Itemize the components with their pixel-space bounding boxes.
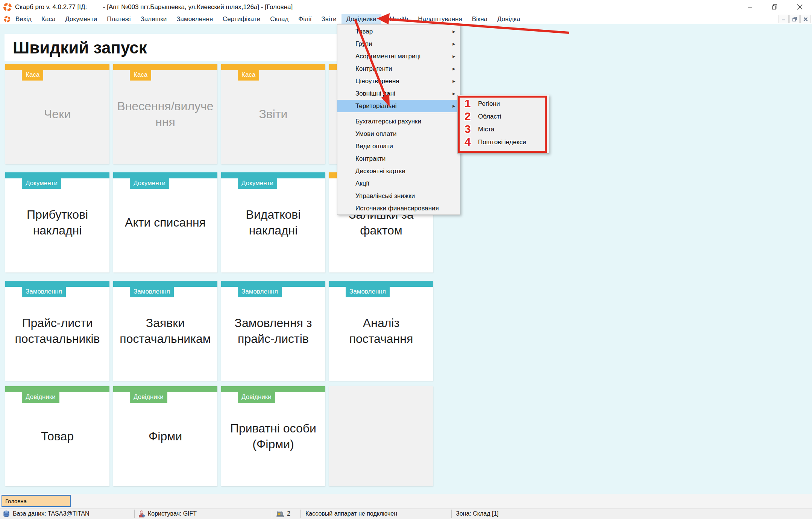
tile-category-tag: Довідники <box>22 391 59 403</box>
tile-pryvatni-osoby[interactable]: Довідники Приватні особи (Фірми) <box>221 386 325 486</box>
tile-category-tag: Каса <box>130 69 151 81</box>
menubar-item-filii[interactable]: Філії <box>293 14 316 24</box>
tile-label: Заявки постачальникам <box>113 315 217 347</box>
tile-category-tag: Документи <box>238 178 277 189</box>
tile-category-tag: Замовлення <box>130 286 174 297</box>
tile-analiz-postachannia[interactable]: Замовлення Аналіз постачання <box>329 281 433 381</box>
minimize-button[interactable] <box>738 0 762 14</box>
minimize-icon <box>747 5 753 10</box>
tile-empty <box>329 386 433 486</box>
submenu-arrow-icon: ► <box>452 66 456 72</box>
menubar-item-zalyshky[interactable]: Залишки <box>136 14 172 24</box>
submenu-item-mista[interactable]: 3 Міста <box>458 123 549 136</box>
close-button[interactable] <box>787 0 812 14</box>
tile-tovar[interactable]: Довідники Товар <box>5 386 109 486</box>
menubar-item-vykhid[interactable]: Вихід <box>11 14 36 24</box>
mdi-close-icon <box>803 17 808 21</box>
dovidnyky-dropdown-menu: Товар ► Групи ► Асортиментні матриці ► К… <box>337 24 460 215</box>
submenu-item-rehiony[interactable]: 1 Регіони <box>458 97 549 110</box>
mdi-restore-icon <box>792 17 797 21</box>
dropdown-item-upravlinski-znyzhky[interactable]: Управлінські знижки <box>337 190 460 202</box>
restore-button[interactable] <box>762 0 787 14</box>
dropdown-item-tsinoutvorennia[interactable]: Ціноутворення ► <box>337 75 460 87</box>
tile-label: Товар <box>5 428 109 444</box>
menubar-item-dokumenty[interactable]: Документи <box>60 14 102 24</box>
tile-vydatkovi-nakladni[interactable]: Документи Видаткові накладні <box>221 172 325 272</box>
tile-firmy[interactable]: Довідники Фірми <box>113 386 217 486</box>
dropdown-item-asortymentni-matrytsi[interactable]: Асортиментні матриці ► <box>337 50 460 62</box>
status-cash-counter: 2 <box>276 508 290 519</box>
tile-label: Аналіз постачання <box>329 315 433 347</box>
tile-category-tag: Довідники <box>238 391 275 403</box>
menubar-item-ehealth[interactable]: eHealth <box>381 14 413 24</box>
annotation-number-2: 2 <box>464 110 471 123</box>
tile-prybutkovi-nakladni[interactable]: Документи Прибуткові накладні <box>5 172 109 272</box>
menubar-item-sertyfikaty[interactable]: Сертифікати <box>218 14 265 24</box>
tile-akty-spysannia[interactable]: Документи Акти списання <box>113 172 217 272</box>
mdi-minimize-button[interactable] <box>779 15 789 23</box>
mdi-close-button[interactable] <box>800 15 810 23</box>
tile-category-tag: Документи <box>22 178 61 189</box>
menubar-item-sklad[interactable]: Склад <box>265 14 293 24</box>
menubar-item-dovidka[interactable]: Довідка <box>492 14 525 24</box>
restore-icon <box>772 4 778 10</box>
submenu-item-poshtovi-indeksy[interactable]: 4 Поштові індекси <box>458 136 549 149</box>
menubar-item-dovidnyky[interactable]: Довідники <box>341 14 381 24</box>
dropdown-item-aktsii[interactable]: Акції <box>337 177 460 190</box>
dropdown-item-zovnishni-dani[interactable]: Зовнішні дані ► <box>337 87 460 100</box>
page-title: Швидкий запуск <box>13 38 147 57</box>
menubar-item-vikna[interactable]: Вікна <box>467 14 492 24</box>
status-database: База даних: TASA3@TITAN <box>3 508 90 519</box>
annotation-number-4: 4 <box>464 135 471 148</box>
app-logo-icon-small <box>4 16 11 23</box>
tile-category-bar <box>5 64 109 70</box>
tile-cheky[interactable]: Каса Чеки <box>5 64 109 164</box>
dropdown-item-dyskontni-kartky[interactable]: Дисконтні картки <box>337 165 460 177</box>
dropdown-item-vydy-oplaty[interactable]: Види оплати <box>337 140 460 152</box>
close-icon <box>797 4 803 10</box>
tile-label: Акти списання <box>113 215 217 230</box>
dropdown-item-umovy-oplaty[interactable]: Умови оплати <box>337 128 460 140</box>
dropdown-item-kontrakty[interactable]: Контракти <box>337 152 460 165</box>
submenu-arrow-icon: ► <box>452 91 456 96</box>
tile-vnesennia-vyluchennia[interactable]: Каса Внесення/вилучення <box>113 64 217 164</box>
tile-category-tag: Каса <box>238 69 259 81</box>
status-separator <box>300 510 301 518</box>
status-zone: Зона: Склад [1] <box>456 508 499 519</box>
tile-category-tag: Замовлення <box>22 286 66 297</box>
submenu-arrow-icon: ► <box>452 79 456 84</box>
tab-holovna[interactable]: Головна <box>2 495 71 507</box>
tile-label: Видаткові накладні <box>221 207 325 238</box>
submenu-arrow-icon: ► <box>452 29 456 34</box>
dropdown-item-terytorialni[interactable]: Територіальні ► <box>337 100 460 112</box>
tile-label: Фірми <box>113 428 217 444</box>
status-separator <box>272 510 272 518</box>
tile-label: Прибуткові накладні <box>5 207 109 238</box>
menubar-item-zamovlennia[interactable]: Замовлення <box>172 14 218 24</box>
menubar-item-kasa[interactable]: Каса <box>36 14 60 24</box>
tile-zaiavky-postachalnykam[interactable]: Замовлення Заявки постачальникам <box>113 281 217 381</box>
mdi-restore-button[interactable] <box>789 15 800 23</box>
status-separator <box>134 510 135 518</box>
tile-category-tag: Замовлення <box>238 286 282 297</box>
annotation-number-3: 3 <box>464 123 471 135</box>
submenu-arrow-icon: ► <box>452 41 456 47</box>
dropdown-item-istochniki-finansirovaniya[interactable]: Источники финансирования <box>337 202 460 215</box>
tile-prais-lysty-postachalnykiv[interactable]: Замовлення Прайс-листи постачальників <box>5 281 109 381</box>
dropdown-item-hrupy[interactable]: Групи ► <box>337 38 460 50</box>
window-title: Скарб pro v. 4.0.2.77 [ІД: - [Апт №003 п… <box>15 3 293 11</box>
dropdown-item-tovar[interactable]: Товар ► <box>337 25 460 38</box>
submenu-arrow-icon: ► <box>452 103 456 109</box>
menubar-item-zvity[interactable]: Звіти <box>316 14 341 24</box>
tab-bar: Головна <box>0 494 812 508</box>
tile-label: Чеки <box>5 106 109 122</box>
submenu-item-oblasti[interactable]: 2 Області <box>458 110 549 123</box>
tile-zamovlennia-z-prais-lystiv[interactable]: Замовлення Замовлення з прайс-листів <box>221 281 325 381</box>
menubar-item-platezhi[interactable]: Платежі <box>102 14 135 24</box>
app-logo-icon <box>3 3 12 12</box>
cash-register-icon <box>276 510 284 517</box>
dropdown-item-bukhhalterski-rakhunky[interactable]: Бухгалтерські рахунки <box>337 115 460 128</box>
menubar-item-nalashtuvannia[interactable]: Налаштування <box>413 14 467 24</box>
tile-zvity[interactable]: Каса Звіти <box>221 64 325 164</box>
dropdown-item-kontrahenty[interactable]: Контрагенти ► <box>337 62 460 75</box>
